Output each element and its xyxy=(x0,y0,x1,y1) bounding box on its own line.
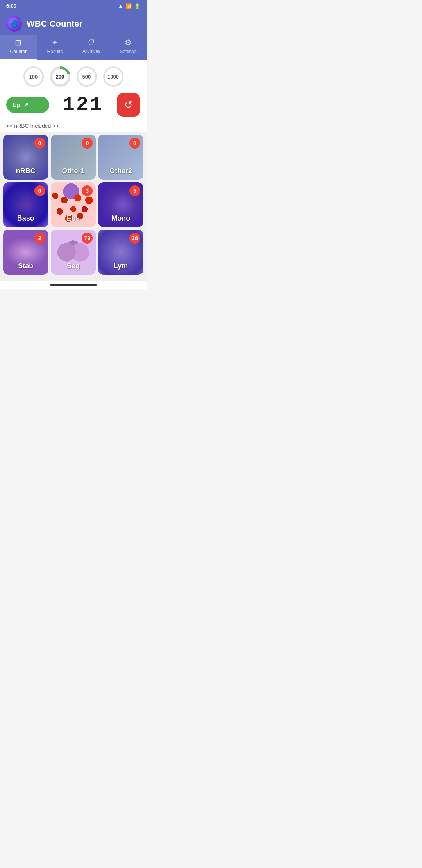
cell-nrbc-count: 0 xyxy=(34,138,45,149)
counter-tab-icon: ⊞ xyxy=(15,38,21,47)
counter-tab-label: Counter xyxy=(10,49,27,54)
reset-icon: ↺ xyxy=(124,99,133,111)
target-200-label: 200 xyxy=(56,74,64,80)
reset-button[interactable]: ↺ xyxy=(117,93,140,117)
target-row: 100 200 500 1000 xyxy=(0,60,147,90)
battery-icon: 🔋 xyxy=(134,3,140,9)
target-500[interactable]: 500 xyxy=(77,66,97,87)
cell-lym-label: Lym xyxy=(114,262,128,275)
cell-other1[interactable]: 0Other1 xyxy=(51,135,96,180)
bottom-nav xyxy=(0,281,147,289)
cell-eos-label: Eos xyxy=(67,214,80,227)
cell-nrbc[interactable]: 0nRBC xyxy=(3,135,48,180)
cell-other1-label: Other1 xyxy=(62,167,84,180)
app-title: WBC Counter xyxy=(27,19,82,29)
counter-display: 121 xyxy=(52,93,114,117)
target-100-label: 100 xyxy=(29,74,38,80)
tab-archives[interactable]: ⏱ Archives xyxy=(73,35,110,60)
target-500-label: 500 xyxy=(82,74,91,80)
app-header: 🔵 WBC Counter xyxy=(0,12,147,32)
archives-tab-label: Archives xyxy=(82,48,100,54)
results-tab-label: Results xyxy=(47,49,63,54)
direction-label: Up xyxy=(13,102,20,108)
cell-mono[interactable]: 5Mono xyxy=(98,182,143,228)
status-bar: 6:00 ▲ 📶 🔋 xyxy=(0,0,147,12)
target-1000[interactable]: 1000 xyxy=(103,66,123,87)
results-tab-icon: ✦ xyxy=(52,38,58,47)
cell-seg-label: Seg xyxy=(67,262,80,275)
cell-mono-count: 5 xyxy=(129,185,140,196)
bottom-indicator xyxy=(50,284,97,286)
cell-seg[interactable]: 73Seg xyxy=(51,230,96,275)
cell-baso-label: Baso xyxy=(17,214,34,227)
app-logo: 🔵 xyxy=(6,16,22,32)
cell-stab[interactable]: 2Stab xyxy=(3,230,48,275)
settings-tab-icon: ⚙ xyxy=(125,38,132,47)
target-100[interactable]: 100 xyxy=(23,66,44,87)
signal-icon: 📶 xyxy=(125,3,132,9)
cell-mono-label: Mono xyxy=(111,214,130,227)
tab-counter[interactable]: ⊞ Counter xyxy=(0,35,37,60)
cell-grid: 0nRBC0Other10Other20Baso3Eos5Mono2Stab73… xyxy=(0,132,147,281)
wifi-icon: ▲ xyxy=(118,3,123,9)
cell-baso[interactable]: 0Baso xyxy=(3,182,48,228)
cell-other2-count: 0 xyxy=(129,138,140,149)
direction-arrow-icon: ↗ xyxy=(23,101,29,108)
target-200-inner: 200 xyxy=(52,69,68,84)
cell-baso-count: 0 xyxy=(34,185,45,196)
status-icons: ▲ 📶 🔋 xyxy=(118,3,140,9)
direction-toggle[interactable]: Up ↗ xyxy=(6,97,49,113)
tab-results[interactable]: ✦ Results xyxy=(37,35,73,60)
cell-eos-count: 3 xyxy=(82,185,93,196)
cell-nrbc-label: nRBC xyxy=(16,167,36,180)
archives-tab-icon: ⏱ xyxy=(88,38,95,47)
cell-other2-label: Other2 xyxy=(109,167,132,180)
cell-lym[interactable]: 38Lym xyxy=(98,230,143,275)
cell-eos[interactable]: 3Eos xyxy=(51,182,96,228)
counter-row: Up ↗ 121 ↺ xyxy=(0,90,147,121)
cell-stab-label: Stab xyxy=(18,262,33,275)
nrbc-label: << nRBC Included >> xyxy=(0,121,147,132)
status-time: 6:00 xyxy=(6,3,16,9)
target-1000-label: 1000 xyxy=(107,74,119,80)
tab-settings[interactable]: ⚙ Settings xyxy=(110,35,147,60)
cell-stab-count: 2 xyxy=(34,233,45,244)
target-200[interactable]: 200 xyxy=(50,66,70,87)
tab-bar: ⊞ Counter ✦ Results ⏱ Archives ⚙ Setting… xyxy=(0,32,147,60)
cell-other2[interactable]: 0Other2 xyxy=(98,135,143,180)
settings-tab-label: Settings xyxy=(120,49,136,54)
